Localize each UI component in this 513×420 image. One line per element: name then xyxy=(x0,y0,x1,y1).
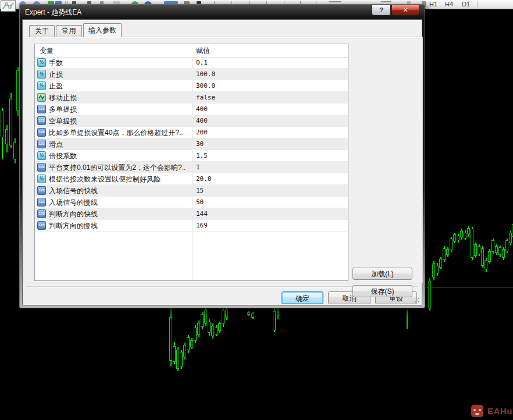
param-name: 根据倍投次数来设置以便控制好风险 xyxy=(49,175,161,184)
param-row[interactable]: 移动止损false xyxy=(35,92,348,104)
int-type-icon: 123 xyxy=(37,116,46,125)
candle-body xyxy=(273,311,276,330)
candle-body xyxy=(218,323,221,331)
candle-body xyxy=(474,244,477,256)
tab-common[interactable]: 常用 xyxy=(56,25,82,37)
int-type-icon: 123 xyxy=(37,105,46,113)
param-row[interactable]: ½止损100.0 xyxy=(35,69,348,80)
param-name: 止盈 xyxy=(49,81,63,91)
tab-inputs[interactable]: 输入参数 xyxy=(83,23,122,37)
load-button[interactable]: 加载(L) xyxy=(352,268,412,280)
int-type-icon: 123 xyxy=(37,140,46,148)
param-value[interactable]: 400 xyxy=(196,105,208,113)
parameters-table[interactable]: 变量 赋值 ½手数0.1½止损100.0½止盈300.0移动止损false123… xyxy=(34,44,348,281)
resize-grip[interactable] xyxy=(414,297,420,303)
param-value[interactable]: 300.0 xyxy=(196,82,215,90)
int-type-icon: 123 xyxy=(37,198,46,207)
int-type-icon: 123 xyxy=(37,163,46,172)
save-button[interactable]: 保存(S) xyxy=(352,285,412,297)
param-value[interactable]: 1.5 xyxy=(196,152,208,159)
param-value[interactable]: 200 xyxy=(196,129,208,136)
param-row[interactable]: ½止盈300.0 xyxy=(35,80,348,92)
candle-body xyxy=(495,246,498,253)
candle-body xyxy=(453,234,456,241)
tab-about[interactable]: 关于 xyxy=(29,25,55,37)
candle-body xyxy=(201,314,204,327)
param-row[interactable]: ½手数0.1 xyxy=(35,57,348,69)
param-value[interactable]: 169 xyxy=(196,222,208,229)
timeframe-button-h1[interactable]: H1 xyxy=(429,1,437,8)
param-name: 止损 xyxy=(49,70,63,80)
param-row[interactable]: 123多单提损400 xyxy=(35,104,348,115)
candle-body xyxy=(478,246,480,254)
param-row[interactable]: 123空单提损400 xyxy=(35,115,348,127)
param-value[interactable]: 30 xyxy=(196,140,204,148)
param-name: 多单提损 xyxy=(49,105,77,115)
candle-body xyxy=(222,310,225,324)
param-row[interactable]: 123判断方向的快线144 xyxy=(35,208,348,220)
ok-button[interactable]: 确定 xyxy=(282,291,323,304)
param-name: 判断方向的慢线 xyxy=(49,221,98,231)
candle-body xyxy=(176,350,179,369)
param-value[interactable]: 1 xyxy=(196,163,200,171)
int-type-icon: 123 xyxy=(37,186,46,195)
param-row[interactable]: ½倍投系数1.5 xyxy=(35,150,348,162)
candle-body xyxy=(251,314,254,318)
param-name: 比如多单提损设置40点，那么价格超过开?.. xyxy=(49,128,183,138)
header-variable: 变量 xyxy=(40,44,54,57)
param-value[interactable]: false xyxy=(196,94,215,101)
eahub-robot-icon xyxy=(471,405,483,417)
candle-body xyxy=(484,260,487,269)
candle-body xyxy=(13,143,16,159)
candle-body xyxy=(443,248,446,260)
param-name: 手数 xyxy=(49,58,63,68)
double-type-icon: ½ xyxy=(37,175,46,183)
candle-body xyxy=(432,264,435,277)
table-header: 变量 赋值 xyxy=(35,44,348,58)
param-value[interactable]: 20.0 xyxy=(196,175,212,183)
line-studies-button[interactable] xyxy=(1,0,16,12)
param-row[interactable]: 123比如多单提损设置40点，那么价格超过开?..200 xyxy=(35,127,348,138)
bool-type-icon xyxy=(37,93,46,102)
int-type-icon: 123 xyxy=(37,221,46,230)
param-row[interactable]: 123入场信号的慢线50 xyxy=(35,197,348,208)
close-button[interactable]: ✕ xyxy=(391,5,419,16)
candle-body xyxy=(498,247,501,255)
param-value[interactable]: 15 xyxy=(196,187,204,194)
candle-body xyxy=(502,249,505,258)
candle-body xyxy=(194,328,197,341)
param-row[interactable]: 123入场信号的快线15 xyxy=(35,185,348,197)
candle-body xyxy=(169,317,172,361)
candle-body xyxy=(208,322,211,333)
param-row[interactable]: 123平台支持0.01的可以设置为2，这个会影响?..1 xyxy=(35,162,348,173)
candle-body xyxy=(183,345,186,357)
double-type-icon: ½ xyxy=(37,151,46,160)
dialog-title: Expert - 趋势线EA xyxy=(25,8,81,17)
param-name: 判断方向的快线 xyxy=(49,209,98,219)
param-value[interactable]: 400 xyxy=(196,117,208,124)
timeframe-button-h4[interactable]: H4 xyxy=(445,1,453,8)
param-value[interactable]: 0.1 xyxy=(196,59,208,66)
help-button[interactable]: ? xyxy=(372,5,391,16)
param-row[interactable]: ½根据倍投次数来设置以便控制好风险20.0 xyxy=(35,173,348,185)
param-name: 入场信号的快线 xyxy=(49,186,98,196)
candle-body xyxy=(247,312,250,315)
param-row[interactable]: 123判断方向的慢线169 xyxy=(35,220,348,232)
expert-properties-dialog: Expert - 趋势线EA ? ✕ 关于 常用 输入参数 变量 赋值 ½手数0… xyxy=(19,4,425,308)
candle-body xyxy=(505,240,508,251)
toolbar-separator xyxy=(477,1,478,8)
int-type-icon: 123 xyxy=(37,209,46,218)
param-row[interactable]: 123滑点30 xyxy=(35,138,348,150)
candle-body xyxy=(467,228,470,234)
toolbar-icon-fragment xyxy=(329,1,341,2)
param-value[interactable]: 50 xyxy=(196,198,204,206)
timeframe-button-d1[interactable]: D1 xyxy=(462,1,470,8)
candle-body xyxy=(173,346,176,362)
param-value[interactable]: 100.0 xyxy=(196,70,215,78)
param-value[interactable]: 144 xyxy=(196,210,208,218)
candle-body xyxy=(211,326,214,336)
candle-body xyxy=(197,323,200,335)
eahub-watermark: EAHub xyxy=(471,405,513,417)
double-type-icon: ½ xyxy=(37,70,46,79)
candle-body xyxy=(9,99,12,145)
